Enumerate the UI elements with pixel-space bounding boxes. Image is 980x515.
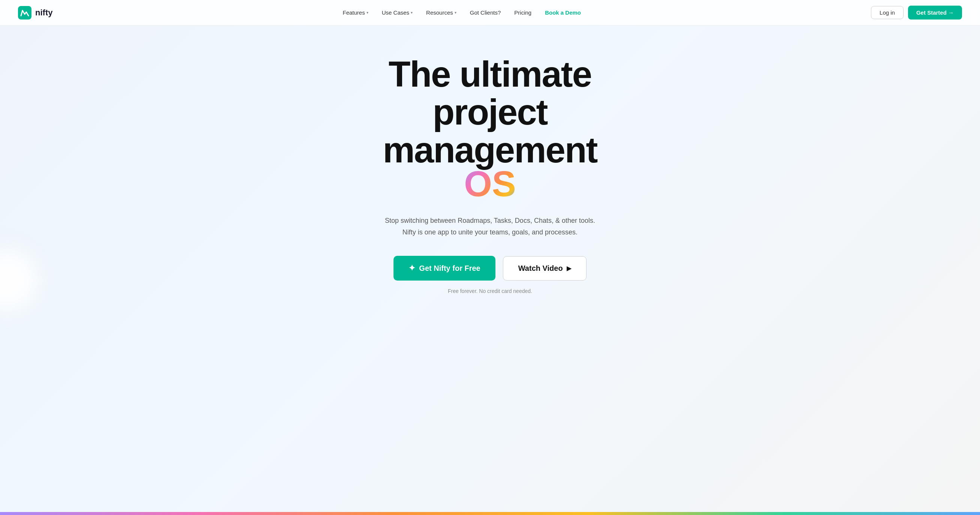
nav-use-cases[interactable]: Use Cases ▾ — [376, 6, 418, 19]
hero-subtitle: Stop switching between Roadmaps, Tasks, … — [385, 215, 595, 238]
hero-title: The ultimate project management — [383, 56, 597, 169]
logo-icon — [18, 6, 32, 19]
hero-os-text: OS — [464, 165, 516, 203]
logo-text: nifty — [35, 8, 52, 18]
watch-video-button[interactable]: Watch Video ▶ — [503, 256, 587, 281]
hero-note: Free forever. No credit card needed. — [448, 288, 532, 294]
login-button[interactable]: Log in — [871, 6, 904, 19]
chevron-down-icon: ▾ — [366, 11, 368, 14]
nav-features[interactable]: Features ▾ — [337, 6, 374, 19]
nav-got-clients[interactable]: Got Clients? — [464, 6, 507, 19]
logo-link[interactable]: nifty — [18, 6, 52, 19]
nav-actions: Log in Get Started → — [871, 6, 962, 19]
nav-resources[interactable]: Resources ▾ — [420, 6, 463, 19]
navbar: nifty Features ▾ Use Cases ▾ Resources ▾… — [0, 0, 980, 26]
hero-section: The ultimate project management OS Stop … — [0, 26, 980, 317]
chevron-down-icon: ▾ — [455, 11, 457, 14]
hero-cta: ✦ Get Nifty for Free Watch Video ▶ — [393, 256, 586, 281]
get-nifty-free-button[interactable]: ✦ Get Nifty for Free — [393, 256, 495, 281]
play-icon: ▶ — [566, 265, 571, 272]
get-started-button[interactable]: Get Started → — [908, 6, 962, 19]
bottom-gradient-bar — [0, 512, 980, 515]
svg-rect-0 — [18, 6, 32, 19]
nav-links: Features ▾ Use Cases ▾ Resources ▾ Got C… — [337, 6, 587, 19]
nav-pricing[interactable]: Pricing — [508, 6, 538, 19]
chevron-down-icon: ▾ — [411, 11, 413, 14]
sparkle-icon: ✦ — [409, 263, 415, 273]
nav-book-demo[interactable]: Book a Demo — [539, 6, 587, 19]
